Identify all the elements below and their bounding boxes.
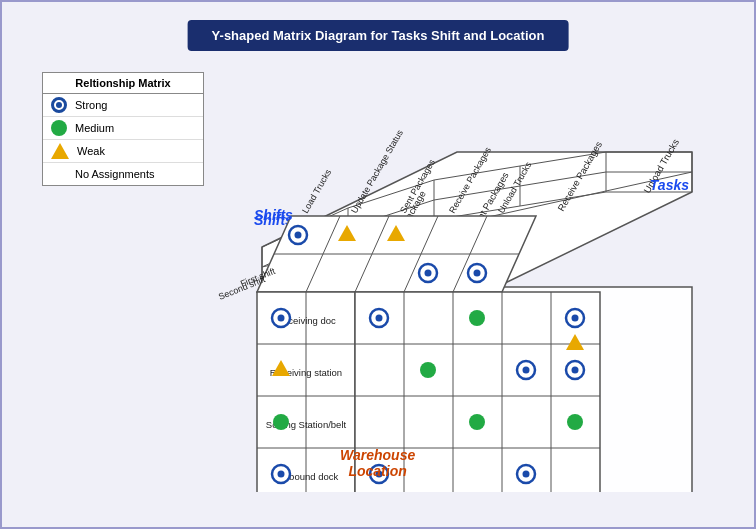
strong-icon	[51, 97, 67, 113]
diagram-title: Y-shaped Matrix Diagram for Tasks Shift …	[188, 20, 569, 51]
weak-icon	[51, 143, 69, 159]
legend-medium: Medium	[43, 117, 203, 140]
legend-box: Reltionship Matrix Strong Medium Weak No…	[42, 72, 204, 186]
tasks-label: Tasks	[650, 177, 689, 193]
legend-weak: Weak	[43, 140, 203, 163]
warehouse-label: WarehouseLocation	[340, 447, 415, 479]
medium-icon	[51, 120, 67, 136]
legend-title: Reltionship Matrix	[43, 73, 203, 94]
medium-label: Medium	[75, 122, 114, 134]
strong-label: Strong	[75, 99, 107, 111]
shifts-label: Shifts	[254, 207, 293, 223]
none-label: No Assignments	[75, 168, 154, 180]
legend-strong: Strong	[43, 94, 203, 117]
none-icon	[51, 166, 67, 182]
legend-none: No Assignments	[43, 163, 203, 185]
weak-label: Weak	[77, 145, 105, 157]
matrix-diagram: Load Trucks Update Package Status Sent P…	[202, 92, 702, 492]
